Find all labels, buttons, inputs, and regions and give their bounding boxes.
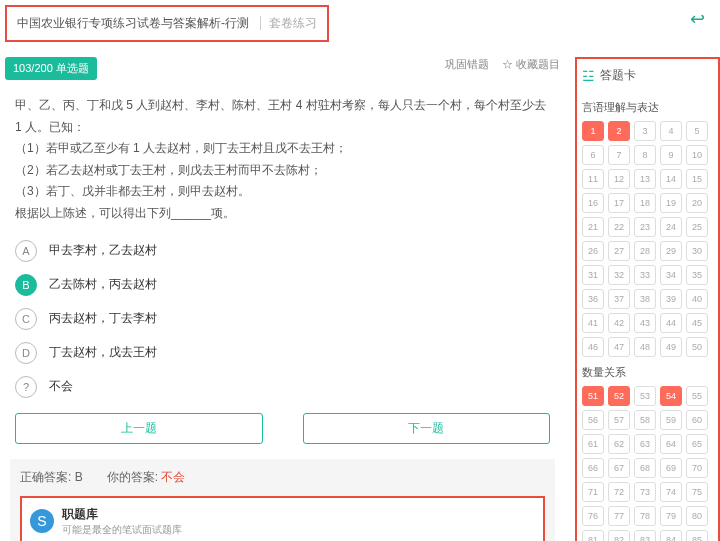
card-cell-41[interactable]: 41: [582, 313, 604, 333]
card-cell-27[interactable]: 27: [608, 241, 630, 261]
card-cell-28[interactable]: 28: [634, 241, 656, 261]
card-cell-33[interactable]: 33: [634, 265, 656, 285]
card-cell-9[interactable]: 9: [660, 145, 682, 165]
card-cell-24[interactable]: 24: [660, 217, 682, 237]
card-cell-34[interactable]: 34: [660, 265, 682, 285]
card-cell-73[interactable]: 73: [634, 482, 656, 502]
promo-box[interactable]: S 职题库 可能是最全的笔试面试题库: [20, 496, 545, 541]
card-cell-14[interactable]: 14: [660, 169, 682, 189]
card-cell-35[interactable]: 35: [686, 265, 708, 285]
card-cell-84[interactable]: 84: [660, 530, 682, 541]
card-cell-61[interactable]: 61: [582, 434, 604, 454]
card-cell-67[interactable]: 67: [608, 458, 630, 478]
card-cell-72[interactable]: 72: [608, 482, 630, 502]
card-cell-63[interactable]: 63: [634, 434, 656, 454]
card-cell-23[interactable]: 23: [634, 217, 656, 237]
card-cell-64[interactable]: 64: [660, 434, 682, 454]
card-cell-66[interactable]: 66: [582, 458, 604, 478]
card-cell-60[interactable]: 60: [686, 410, 708, 430]
card-cell-43[interactable]: 43: [634, 313, 656, 333]
card-cell-46[interactable]: 46: [582, 337, 604, 357]
consolidate-button[interactable]: 巩固错题: [445, 58, 489, 70]
card-cell-21[interactable]: 21: [582, 217, 604, 237]
back-icon[interactable]: ↩: [690, 8, 705, 30]
option-B[interactable]: B乙去陈村，丙去赵村: [15, 274, 550, 296]
card-cell-74[interactable]: 74: [660, 482, 682, 502]
option-D[interactable]: D丁去赵村，戊去王村: [15, 342, 550, 364]
option-C[interactable]: C丙去赵村，丁去李村: [15, 308, 550, 330]
card-cell-58[interactable]: 58: [634, 410, 656, 430]
card-cell-13[interactable]: 13: [634, 169, 656, 189]
card-cell-5[interactable]: 5: [686, 121, 708, 141]
card-cell-31[interactable]: 31: [582, 265, 604, 285]
card-cell-52[interactable]: 52: [608, 386, 630, 406]
card-cell-76[interactable]: 76: [582, 506, 604, 526]
card-cell-20[interactable]: 20: [686, 193, 708, 213]
card-cell-77[interactable]: 77: [608, 506, 630, 526]
favorite-button[interactable]: ☆ 收藏题目: [502, 58, 560, 70]
card-cell-38[interactable]: 38: [634, 289, 656, 309]
card-cell-37[interactable]: 37: [608, 289, 630, 309]
card-cell-70[interactable]: 70: [686, 458, 708, 478]
card-cell-29[interactable]: 29: [660, 241, 682, 261]
answer-card: ☳ 答题卡 言语理解与表达 12345678910111213141516171…: [575, 57, 720, 541]
card-cell-80[interactable]: 80: [686, 506, 708, 526]
card-cell-3[interactable]: 3: [634, 121, 656, 141]
card-cell-59[interactable]: 59: [660, 410, 682, 430]
card-cell-55[interactable]: 55: [686, 386, 708, 406]
card-cell-7[interactable]: 7: [608, 145, 630, 165]
card-cell-50[interactable]: 50: [686, 337, 708, 357]
card-cell-32[interactable]: 32: [608, 265, 630, 285]
card-cell-40[interactable]: 40: [686, 289, 708, 309]
next-button[interactable]: 下一题: [303, 413, 551, 444]
card-cell-54[interactable]: 54: [660, 386, 682, 406]
card-cell-51[interactable]: 51: [582, 386, 604, 406]
card-cell-78[interactable]: 78: [634, 506, 656, 526]
prev-button[interactable]: 上一题: [15, 413, 263, 444]
card-cell-82[interactable]: 82: [608, 530, 630, 541]
header-title: 中国农业银行专项练习试卷与答案解析-行测: [17, 16, 249, 30]
card-cell-16[interactable]: 16: [582, 193, 604, 213]
card-cell-49[interactable]: 49: [660, 337, 682, 357]
card-cell-1[interactable]: 1: [582, 121, 604, 141]
card-cell-62[interactable]: 62: [608, 434, 630, 454]
option-?[interactable]: ?不会: [15, 376, 550, 398]
option-key: D: [15, 342, 37, 364]
card-cell-45[interactable]: 45: [686, 313, 708, 333]
card-cell-69[interactable]: 69: [660, 458, 682, 478]
card-cell-17[interactable]: 17: [608, 193, 630, 213]
card-cell-83[interactable]: 83: [634, 530, 656, 541]
card-cell-85[interactable]: 85: [686, 530, 708, 541]
card-cell-25[interactable]: 25: [686, 217, 708, 237]
option-A[interactable]: A甲去李村，乙去赵村: [15, 240, 550, 262]
card-cell-4[interactable]: 4: [660, 121, 682, 141]
card-cell-56[interactable]: 56: [582, 410, 604, 430]
card-cell-12[interactable]: 12: [608, 169, 630, 189]
card-cell-30[interactable]: 30: [686, 241, 708, 261]
card-cell-71[interactable]: 71: [582, 482, 604, 502]
card-cell-44[interactable]: 44: [660, 313, 682, 333]
card-cell-2[interactable]: 2: [608, 121, 630, 141]
card-cell-36[interactable]: 36: [582, 289, 604, 309]
promo-icon: S: [30, 509, 54, 533]
card-cell-10[interactable]: 10: [686, 145, 708, 165]
card-cell-8[interactable]: 8: [634, 145, 656, 165]
card-cell-11[interactable]: 11: [582, 169, 604, 189]
card-cell-53[interactable]: 53: [634, 386, 656, 406]
card-cell-19[interactable]: 19: [660, 193, 682, 213]
card-cell-81[interactable]: 81: [582, 530, 604, 541]
card-cell-6[interactable]: 6: [582, 145, 604, 165]
card-cell-22[interactable]: 22: [608, 217, 630, 237]
card-cell-68[interactable]: 68: [634, 458, 656, 478]
card-cell-65[interactable]: 65: [686, 434, 708, 454]
card-cell-47[interactable]: 47: [608, 337, 630, 357]
card-cell-15[interactable]: 15: [686, 169, 708, 189]
card-cell-57[interactable]: 57: [608, 410, 630, 430]
card-cell-48[interactable]: 48: [634, 337, 656, 357]
card-cell-79[interactable]: 79: [660, 506, 682, 526]
card-cell-75[interactable]: 75: [686, 482, 708, 502]
card-cell-26[interactable]: 26: [582, 241, 604, 261]
card-cell-42[interactable]: 42: [608, 313, 630, 333]
card-cell-39[interactable]: 39: [660, 289, 682, 309]
card-cell-18[interactable]: 18: [634, 193, 656, 213]
